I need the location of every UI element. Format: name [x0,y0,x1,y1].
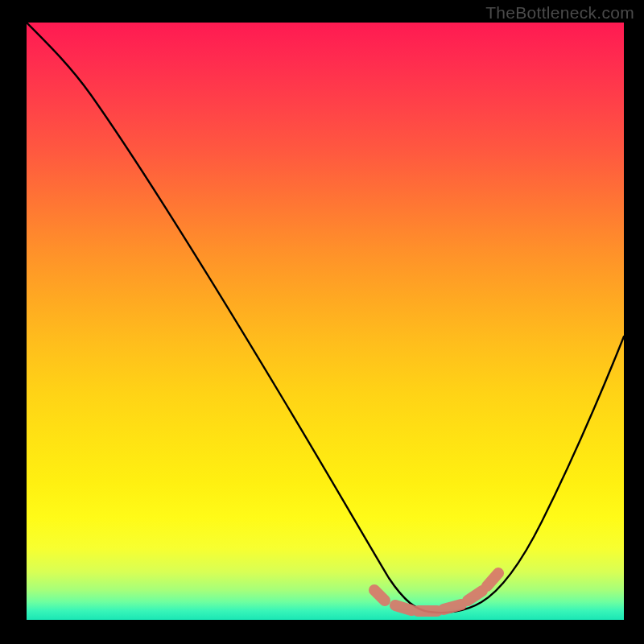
chart-frame: TheBottleneck.com [0,0,644,644]
curve-layer [27,23,624,620]
bottleneck-curve [27,23,624,613]
plot-area [27,23,624,620]
watermark-text: TheBottleneck.com [485,3,634,23]
sweet-spot-band [374,573,498,611]
